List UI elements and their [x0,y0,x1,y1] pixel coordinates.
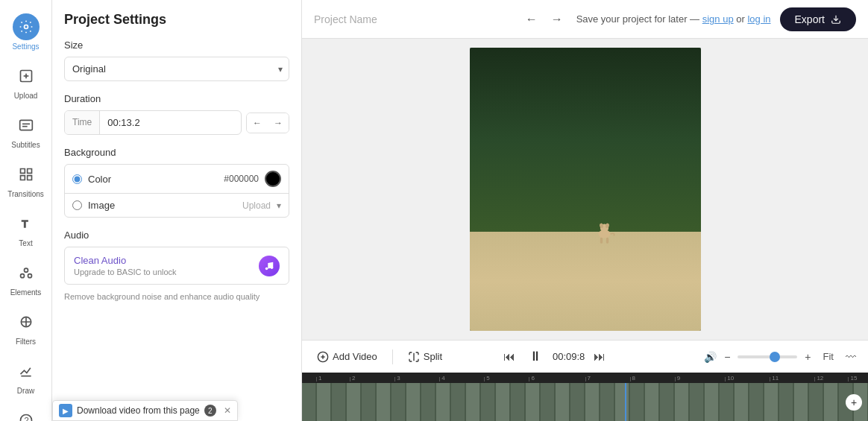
settings-title: Project Settings [64,12,289,28]
fit-button[interactable]: Fit [819,348,838,365]
duration-label: Duration [64,93,289,104]
sidebar-item-filters[interactable]: Filters [0,303,51,352]
sidebar-filters-label: Filters [16,338,36,346]
svg-point-9 [20,274,24,278]
skip-back-button[interactable]: ⏮ [500,347,518,367]
timeline-ruler: 1 2 3 4 5 6 7 8 9 10 11 12 15 [302,373,868,383]
download-bar: ▶ Download video from this page 2 ✕ [52,400,238,421]
size-section: Size Original 16:9 9:16 1:1 ▾ [64,39,289,81]
sidebar-elements-label: Elements [10,288,42,297]
audio-clean-panel[interactable]: Clean Audio Upgrade to BASIC to unlock [64,247,289,285]
play-pause-button[interactable]: ⏸ [524,346,547,368]
download-text: Download video from this page [77,405,200,416]
volume-icon[interactable]: 🔊 [704,351,717,363]
sidebar-transitions-label: Transitions [7,190,44,198]
zoom-slider[interactable] [738,355,797,358]
download-number-badge: 2 [204,405,216,417]
add-video-icon [317,351,329,363]
timeline-playhead[interactable] [625,383,626,421]
bg-image-radio[interactable] [72,200,82,210]
video-preview [470,48,701,331]
sidebar-text-label: Text [19,239,32,247]
skip-forward-button[interactable]: ⏭ [591,347,608,367]
svg-point-8 [24,268,28,272]
sidebar-item-settings[interactable]: Settings [0,7,51,57]
duration-row: Time 00:13.2 ← → [64,110,289,135]
zoom-in-button[interactable]: + [802,348,814,366]
svg-rect-20 [606,238,608,244]
time-value: 00:13.2 [100,111,147,134]
duration-plus-button[interactable]: → [268,113,289,133]
download-close-button[interactable]: ✕ [224,405,231,416]
sidebar-draw-label: Draw [17,387,34,395]
waveform-button[interactable]: 〰 [843,348,859,366]
sidebar-item-text[interactable]: T Text [0,204,51,253]
save-text: Save your project for later — sign up or… [576,13,771,25]
top-bar: Project Name ← → Save your project for l… [302,0,868,39]
sidebar-item-elements[interactable]: Elements [0,253,51,303]
settings-panel: Project Settings Size Original 16:9 9:16… [52,0,302,421]
bg-options: Color #000000 Image Upload ▾ [64,164,289,218]
sidebar-item-help[interactable]: ? [0,401,51,421]
sidebar-item-subtitles[interactable]: Subtitles [0,106,51,155]
size-select[interactable]: Original 16:9 9:16 1:1 [65,57,289,80]
upload-icon-circle [13,63,40,89]
timeline-track[interactable]: + [302,383,868,421]
timecode-display: 00:09:8 [553,351,585,362]
bg-color-label: Color [88,174,111,185]
bg-image-chevron-icon: ▾ [277,200,281,211]
bg-image-label: Image [88,200,115,211]
video-clip[interactable] [302,383,868,421]
sidebar-item-upload[interactable]: Upload [0,57,51,106]
audio-info: Clean Audio Upgrade to BASIC to unlock [74,255,251,276]
bg-image-option[interactable]: Image Upload ▾ [65,194,289,217]
svg-text:T: T [22,218,28,230]
log-in-link[interactable]: log in [747,13,770,25]
elements-icon-circle [13,259,40,286]
duration-section: Duration Time 00:13.2 ← → [64,93,289,135]
zoom-controls: 🔊 − + Fit 〰 [704,348,859,366]
svg-point-0 [24,25,28,29]
clean-audio-icon [259,256,280,276]
audio-section: Audio Clean Audio Upgrade to BASIC to un… [64,230,289,301]
svg-rect-19 [600,238,603,244]
export-button[interactable]: Export [780,7,856,31]
sidebar-item-transitions[interactable]: Transitions [0,155,51,204]
audio-subtitle: Upgrade to BASIC to unlock [74,268,251,276]
bg-color-radio[interactable] [72,174,82,184]
duration-minus-button[interactable]: ← [247,113,268,133]
duration-input: Time 00:13.2 [64,110,242,135]
project-name-field[interactable]: Project Name [314,13,512,25]
size-select-wrapper[interactable]: Original 16:9 9:16 1:1 ▾ [64,57,289,81]
bg-color-option[interactable]: Color #000000 [65,165,289,194]
audio-title: Clean Audio [74,255,251,266]
canvas-area [302,39,868,340]
color-hash-value: #000000 [224,174,259,184]
color-swatch[interactable] [265,171,281,187]
playback-controls: ⏮ ⏸ 00:09:8 ⏭ [500,346,608,368]
split-icon [408,351,420,363]
redo-button[interactable]: → [547,8,567,31]
undo-button[interactable]: ← [521,8,542,31]
sidebar-item-draw[interactable]: Draw [0,352,51,401]
draw-icon-circle [13,358,40,384]
background-label: Background [64,147,289,158]
duration-arrows: ← → [246,113,289,133]
svg-rect-4 [19,120,32,130]
sidebar-upload-label: Upload [14,92,38,100]
subtitles-icon-circle [13,112,40,139]
sidebar-settings-label: Settings [12,42,39,51]
bottom-controls: Add Video Split ⏮ ⏸ 00:09:8 ⏭ 🔊 − + Fit … [302,340,868,373]
split-button[interactable]: Split [402,348,448,366]
sign-up-link[interactable]: sign up [702,13,734,25]
timeline-add-button[interactable]: + [846,394,862,411]
split-label: Split [424,351,442,362]
bg-upload-button[interactable]: Upload [242,200,271,211]
zoom-out-button[interactable]: − [721,348,733,366]
size-label: Size [64,39,289,51]
add-video-button[interactable]: Add Video [311,348,383,366]
timeline-area: 1 2 3 4 5 6 7 8 9 10 11 12 15 + [302,373,868,421]
transitions-icon-circle [13,161,40,188]
road-layer [470,232,701,331]
add-video-label: Add Video [333,351,377,362]
